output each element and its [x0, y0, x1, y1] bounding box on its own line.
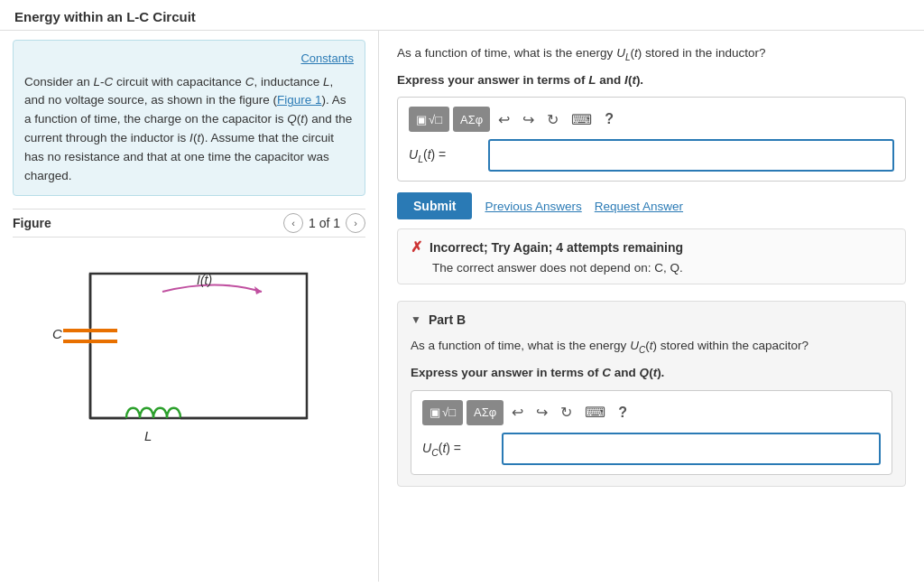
- part-a-toolbar: ▣ √□ ΑΣφ ↩ ↪ ↻ ⌨ ?: [409, 107, 894, 132]
- part-b-greek-label: ΑΣφ: [474, 405, 496, 419]
- request-answer-link[interactable]: Request Answer: [595, 200, 683, 213]
- part-b-math-template-btn[interactable]: ▣ √□: [422, 400, 463, 425]
- part-b-redo-btn[interactable]: ↪: [531, 400, 552, 425]
- part-b-label: Part B: [429, 312, 466, 327]
- part-b-greek-symbols-btn[interactable]: ΑΣφ: [467, 400, 504, 425]
- redo-btn[interactable]: ↪: [518, 107, 539, 132]
- part-b-undo-btn[interactable]: ↩: [507, 400, 528, 425]
- math-template-icon: ▣: [416, 113, 427, 126]
- part-a-formula-label: UL(t) =: [409, 147, 481, 164]
- part-b-refresh-btn[interactable]: ↻: [556, 400, 577, 425]
- part-b-question: As a function of time, what is the energ…: [411, 336, 892, 358]
- feedback-detail: The correct answer does not depend on: C…: [411, 261, 892, 275]
- part-a-instruction: Express your answer in terms of L and I(…: [397, 70, 906, 90]
- greek-symbols-btn[interactable]: ΑΣφ: [453, 107, 490, 132]
- next-figure-btn[interactable]: ›: [346, 213, 365, 233]
- problem-box: Constants Consider an L-C circuit with c…: [13, 40, 365, 196]
- sqrt-icon: √□: [429, 113, 442, 126]
- part-b-header[interactable]: ▼ Part B: [411, 312, 892, 327]
- part-b-sqrt-icon: √□: [442, 405, 456, 419]
- svg-rect-0: [90, 274, 307, 418]
- math-template-btn[interactable]: ▣ √□: [409, 107, 449, 132]
- help-btn[interactable]: ?: [600, 107, 618, 132]
- part-a-submit-row: Submit Previous Answers Request Answer: [397, 192, 906, 219]
- svg-marker-9: [254, 286, 262, 294]
- part-a-answer-box: ▣ √□ ΑΣφ ↩ ↪ ↻ ⌨ ? UL(t) =: [397, 97, 906, 182]
- previous-answers-link[interactable]: Previous Answers: [485, 200, 581, 213]
- feedback-title: ✗ Incorrect; Try Again; 4 attempts remai…: [411, 238, 892, 256]
- part-a-input[interactable]: [488, 139, 894, 172]
- part-b-section: ▼ Part B As a function of time, what is …: [397, 301, 906, 486]
- figure-nav: ‹ 1 of 1 ›: [283, 213, 365, 233]
- undo-btn[interactable]: ↩: [494, 107, 514, 132]
- svg-text:I(t): I(t): [197, 273, 212, 287]
- svg-text:L: L: [144, 428, 152, 443]
- left-panel: Constants Consider an L-C circuit with c…: [0, 31, 379, 582]
- figure-label: Figure: [13, 216, 51, 230]
- keyboard-btn[interactable]: ⌨: [567, 107, 596, 132]
- prev-figure-btn[interactable]: ‹: [283, 213, 303, 233]
- refresh-btn[interactable]: ↻: [542, 107, 563, 132]
- figure-count: 1 of 1: [309, 216, 340, 230]
- figure-area: C L I(t): [13, 247, 365, 445]
- part-b-math-template-icon: ▣: [430, 405, 440, 419]
- part-b-keyboard-btn[interactable]: ⌨: [580, 400, 610, 425]
- part-b-toolbar: ▣ √□ ΑΣφ ↩ ↪ ↻ ⌨ ?: [422, 400, 881, 425]
- part-b-instruction: Express your answer in terms of C and Q(…: [411, 363, 892, 383]
- right-panel: As a function of time, what is the energ…: [379, 31, 924, 582]
- submit-btn[interactable]: Submit: [397, 192, 472, 219]
- figure-header: Figure ‹ 1 of 1 ›: [13, 209, 365, 238]
- part-b-answer-box: ▣ √□ ΑΣφ ↩ ↪ ↻ ⌨ ? UC(t) =: [411, 390, 892, 475]
- part-a-question: As a function of time, what is the energ…: [397, 43, 906, 65]
- part-b-help-btn[interactable]: ?: [614, 400, 632, 425]
- greek-label: ΑΣφ: [460, 113, 483, 126]
- incorrect-icon: ✗: [411, 238, 422, 256]
- feedback-status-text: Incorrect; Try Again; 4 attempts remaini…: [430, 240, 683, 255]
- svg-text:C: C: [52, 326, 62, 341]
- feedback-box: ✗ Incorrect; Try Again; 4 attempts remai…: [397, 228, 906, 284]
- problem-text: Consider an L-C circuit with capacitance…: [24, 73, 354, 187]
- part-b-input[interactable]: [502, 433, 881, 465]
- part-b-input-row: UC(t) =: [422, 433, 881, 465]
- part-a-section: As a function of time, what is the energ…: [397, 43, 906, 284]
- circuit-diagram: C L I(t): [36, 247, 343, 445]
- constants-link[interactable]: Constants: [24, 50, 354, 68]
- page-title: Energy within an L-C Circuit: [0, 0, 924, 31]
- collapse-arrow-icon: ▼: [411, 313, 421, 326]
- part-b-formula-label: UC(t) =: [422, 441, 494, 458]
- part-a-input-row: UL(t) =: [409, 139, 894, 172]
